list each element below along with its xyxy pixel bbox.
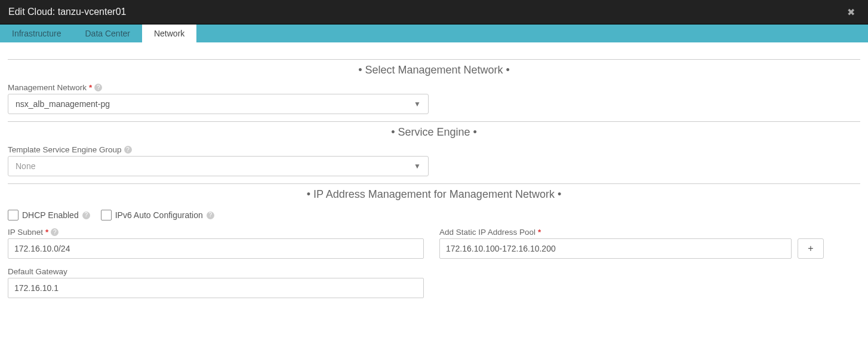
ip-subnet-input[interactable] bbox=[8, 238, 424, 259]
required-icon: * bbox=[538, 228, 541, 237]
chevron-down-icon: ▼ bbox=[414, 100, 421, 108]
checkbox-row: DHCP Enabled ? IPv6 Auto Configuration ? bbox=[8, 210, 860, 220]
label-default-gateway: Default Gateway bbox=[8, 267, 424, 276]
tab-infrastructure[interactable]: Infrastructure bbox=[0, 24, 73, 42]
label-static-pool: Add Static IP Address Pool* bbox=[439, 228, 792, 237]
section-management-network: • Select Management Network • bbox=[8, 59, 860, 72]
close-icon[interactable]: ✖ bbox=[842, 4, 860, 20]
select-placeholder: None bbox=[16, 161, 35, 171]
label-management-network: Management Network * ? bbox=[8, 83, 860, 92]
section-title: • Select Management Network • bbox=[356, 64, 512, 76]
help-icon[interactable]: ? bbox=[94, 84, 102, 91]
label-template-seg: Template Service Engine Group ? bbox=[8, 145, 860, 154]
management-network-select[interactable]: nsx_alb_management-pg ▼ bbox=[8, 94, 429, 114]
tab-bar: Infrastructure Data Center Network bbox=[0, 24, 868, 42]
required-icon: * bbox=[45, 228, 48, 237]
tab-network[interactable]: Network bbox=[142, 24, 196, 42]
dialog-titlebar: Edit Cloud: tanzu-vcenter01 ✖ bbox=[0, 0, 868, 24]
content-area: • Select Management Network • Management… bbox=[0, 42, 868, 310]
template-seg-select[interactable]: None ▼ bbox=[8, 156, 429, 176]
required-icon: * bbox=[89, 83, 92, 92]
tab-data-center[interactable]: Data Center bbox=[73, 24, 141, 42]
default-gateway-input[interactable] bbox=[8, 278, 424, 298]
help-icon[interactable]: ? bbox=[207, 212, 214, 219]
dhcp-checkbox[interactable] bbox=[8, 210, 19, 220]
dhcp-label: DHCP Enabled bbox=[22, 210, 79, 220]
section-ipam: • IP Address Management for Management N… bbox=[8, 183, 860, 197]
plus-icon: + bbox=[808, 243, 813, 254]
ipv6-checkbox[interactable] bbox=[101, 210, 112, 220]
select-value: nsx_alb_management-pg bbox=[16, 99, 110, 109]
chevron-down-icon: ▼ bbox=[414, 162, 421, 170]
ipv6-label: IPv6 Auto Configuration bbox=[115, 210, 203, 220]
label-ip-subnet: IP Subnet * ? bbox=[8, 228, 424, 237]
section-title: • Service Engine • bbox=[389, 126, 479, 138]
dialog-title: Edit Cloud: tanzu-vcenter01 bbox=[8, 7, 126, 17]
static-pool-input[interactable] bbox=[439, 238, 792, 259]
section-service-engine: • Service Engine • bbox=[8, 121, 860, 134]
help-icon[interactable]: ? bbox=[124, 146, 132, 154]
add-pool-button[interactable]: + bbox=[798, 238, 824, 259]
help-icon[interactable]: ? bbox=[51, 228, 59, 236]
section-title: • IP Address Management for Management N… bbox=[304, 188, 564, 200]
help-icon[interactable]: ? bbox=[82, 212, 90, 219]
